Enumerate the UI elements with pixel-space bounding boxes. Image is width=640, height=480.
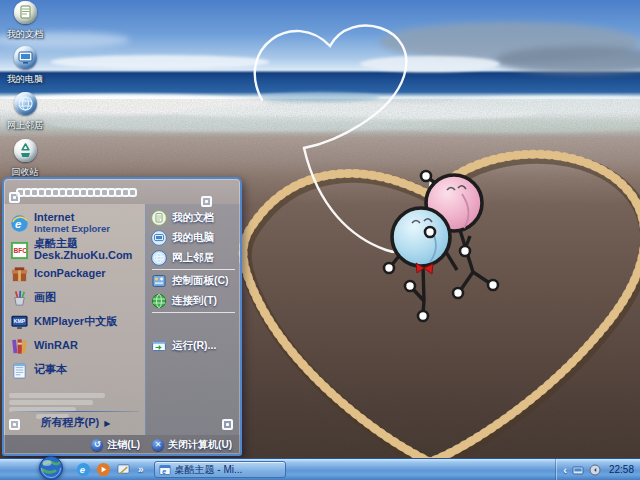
svg-text:BFC: BFC [13,247,27,254]
menu-item-my-computer[interactable]: 我的电脑 [149,228,238,248]
menu-item-iconpackager[interactable]: IconPackager [8,262,143,286]
my-computer-icon [151,230,167,246]
quick-launch-ie-icon[interactable]: e [76,462,91,477]
iconpackager-icon [10,265,29,284]
taskbar-window-button-label: 桌酷主题 - Mi... [175,463,243,477]
kmplayer-icon: KMP [10,313,29,332]
menu-item-label: Internet [34,211,74,223]
start-menu-body: e InternetInternet Explorer BFC 桌酷主题Desk… [4,204,240,435]
network-places-icon [14,92,37,115]
desktop-icon-my-computer[interactable]: 我的电脑 [0,46,50,86]
control-panel-icon [151,273,167,289]
network-places-icon [151,250,167,266]
tray-volume-icon[interactable] [589,464,601,476]
menu-item-control-panel[interactable]: 控制面板(C) [149,271,238,291]
menu-item-label: 桌酷主题Desk.ZhuoKu.Com [34,238,141,261]
menu-item-label: IconPackager [34,268,106,280]
menu-item-internet[interactable]: e InternetInternet Explorer [8,208,143,238]
menu-item-label: 连接到(T) [172,294,217,308]
menu-item-label: 记事本 [34,364,67,376]
menu-item-label: 画图 [34,292,56,304]
tray-network-icon[interactable] [572,464,584,476]
right-column-separator [152,269,235,270]
taskbar-clock[interactable]: 22:58 [609,464,634,475]
svg-text:e: e [80,465,85,475]
taskbar: e » e 桌酷主题 - Mi... ‹ 22:58 [0,458,640,480]
run-icon [151,338,167,354]
chain-ornament [18,186,206,198]
menu-item-zhuoku-theme[interactable]: BFC 桌酷主题Desk.ZhuoKu.Com [8,238,143,262]
start-menu-footer: ↺ 注销(L) ✕ 关闭计算机(U) [4,435,240,454]
menu-item-notepad[interactable]: 记事本 [8,358,143,382]
menu-item-network-places[interactable]: 网上邻居 [149,248,238,268]
system-tray: ‹ 22:58 [555,459,640,480]
log-off-icon: ↺ [91,439,103,451]
menu-item-sublabel: Internet Explorer [34,224,110,234]
menu-item-label: WinRAR [34,340,78,352]
all-programs-arrow-icon: ▶ [104,419,110,428]
my-computer-icon [14,46,37,69]
log-off-label: 注销(L) [107,438,140,452]
menu-item-label: 控制面板(C) [172,274,229,288]
notepad-icon [10,361,29,380]
quick-launch: e » [76,462,146,477]
menu-item-run[interactable]: 运行(R)... [149,336,238,356]
left-column-separator [12,411,139,412]
internet-explorer-icon: e [10,214,29,233]
clouds [0,22,640,74]
start-button-globe-icon[interactable] [38,455,64,480]
my-documents-icon [151,210,167,226]
menu-item-label: 我的电脑 [172,231,214,245]
desktop-icon-label: 我的文档 [7,28,43,41]
menu-item-connect-to[interactable]: 连接到(T) [149,291,238,311]
occluded-menu-row-space [149,314,238,336]
menu-item-label: 运行(R)... [172,339,216,353]
ie-window-icon: e [159,464,171,476]
corner-ornament-icon [9,192,20,203]
quick-launch-show-desktop-icon[interactable] [116,462,131,477]
corner-ornament-icon [201,196,212,207]
svg-text:KMP: KMP [14,318,26,324]
turn-off-icon: ✕ [152,439,164,451]
zhuoku-theme-icon: BFC [10,241,29,260]
recycle-bin-icon [14,139,37,162]
winrar-icon [10,337,29,356]
taskbar-window-button[interactable]: e 桌酷主题 - Mi... [154,461,286,478]
svg-text:e: e [15,217,22,229]
corner-ornament-icon [222,419,233,430]
my-documents-icon [14,1,37,24]
log-off-button[interactable]: ↺ 注销(L) [91,438,140,452]
connect-to-icon [151,293,167,309]
turn-off-label: 关闭计算机(U) [168,438,232,452]
menu-item-kmplayer[interactable]: KMP KMPlayer中文版 [8,310,143,334]
desktop-icon-my-documents[interactable]: 我的文档 [0,1,50,41]
svg-text:e: e [162,467,166,474]
menu-item-my-documents[interactable]: 我的文档 [149,208,238,228]
corner-ornament-icon [9,419,20,430]
surf-foam [0,92,640,133]
menu-item-winrar[interactable]: WinRAR [8,334,143,358]
turn-off-computer-button[interactable]: ✕ 关闭计算机(U) [152,438,232,452]
paint-icon [10,289,29,308]
menu-item-label: KMPlayer中文版 [34,316,117,328]
all-programs-label: 所有程序(P) [41,417,100,429]
all-programs-button[interactable]: 所有程序(P) ▶ [8,414,143,432]
desktop-icon-label: 网上邻居 [7,119,43,132]
tray-collapse-chevron[interactable]: ‹ [563,464,567,476]
quick-launch-overflow-chevron[interactable]: » [136,464,146,475]
start-menu-left-column: e InternetInternet Explorer BFC 桌酷主题Desk… [4,204,145,435]
desktop-icon-recycle-bin[interactable]: 回收站 [0,139,50,179]
start-menu: e InternetInternet Explorer BFC 桌酷主题Desk… [2,177,242,456]
right-column-separator [152,312,235,313]
start-menu-right-column: 我的文档 我的电脑 网上邻居 [145,204,240,435]
menu-item-paint[interactable]: 画图 [8,286,143,310]
menu-item-label: 网上邻居 [172,251,214,265]
desktop-icon-network-places[interactable]: 网上邻居 [0,92,50,132]
menu-item-label: 我的文档 [172,211,214,225]
desktop-screen: 我的文档 我的电脑 网上邻居 回收站 e [0,0,640,480]
desktop-icon-label: 我的电脑 [7,73,43,86]
quick-launch-media-player-icon[interactable] [96,462,111,477]
